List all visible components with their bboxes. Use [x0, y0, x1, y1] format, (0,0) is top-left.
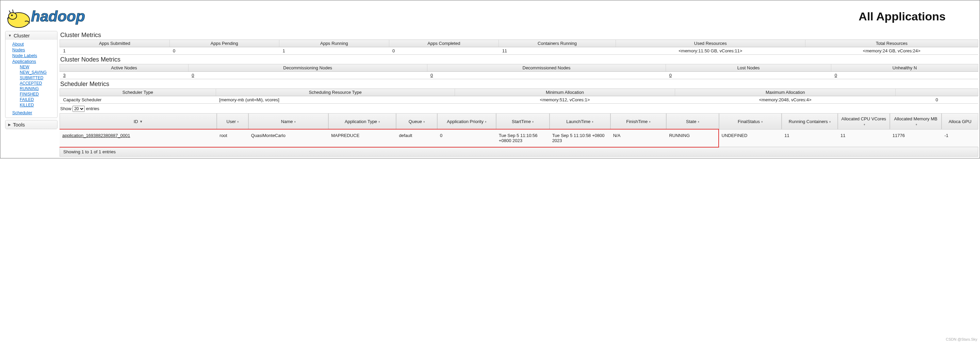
cluster-metrics-table: Apps Submitted Apps Pending Apps Running… — [60, 40, 978, 55]
sidebar-tools-label: Tools — [13, 122, 25, 127]
th-lost-nodes[interactable]: Lost Nodes — [666, 64, 831, 72]
cell-alloc-mem: 11776 — [890, 130, 942, 147]
th-alloc-mem[interactable]: Allocated Memory MB♦ — [890, 113, 942, 130]
sidebar-head-cluster[interactable]: ▼ Cluster — [5, 31, 57, 40]
nav-state-accepted[interactable]: ACCEPTED — [20, 81, 57, 86]
th-decomm-nodes[interactable]: Decommissioning Nodes — [188, 64, 427, 72]
th-type[interactable]: Application Type♦ — [328, 113, 396, 130]
nav-state-new-saving[interactable]: NEW_SAVING — [20, 70, 57, 75]
app-id-link[interactable]: application_1693882380887_0001 — [62, 133, 130, 138]
val-decommissioned-nodes[interactable]: 0 — [430, 73, 433, 78]
th-decommissioned-nodes[interactable]: Decommissioned Nodes — [427, 64, 666, 72]
th-sched-type[interactable]: Scheduler Type — [60, 89, 216, 96]
th-apps-submitted[interactable]: Apps Submitted — [60, 40, 170, 47]
val-min-alloc: <memory:512, vCores:1> — [455, 96, 675, 104]
th-apps-pending[interactable]: Apps Pending — [169, 40, 279, 47]
hadoop-logo[interactable]: hadoop — [5, 4, 104, 29]
nav-state-finished[interactable]: FINISHED — [20, 92, 57, 97]
th-unhealthy-nodes[interactable]: Unhealthy N — [831, 64, 978, 72]
cell-finish: N/A — [611, 130, 667, 147]
th-user[interactable]: User♦ — [217, 113, 248, 130]
sort-icon: ♦ — [698, 120, 699, 123]
nav-state-submitted[interactable]: SUBMITTED — [20, 75, 57, 81]
th-total-resources[interactable]: Total Resources — [805, 40, 978, 47]
cell-name: QuasiMonteCarlo — [248, 130, 328, 147]
th-sched-res-type[interactable]: Scheduling Resource Type — [216, 89, 455, 96]
val-active-nodes[interactable]: 3 — [63, 73, 66, 78]
scheduler-metrics-table: Scheduler Type Scheduling Resource Type … — [60, 89, 978, 104]
nav-state-new[interactable]: NEW — [20, 64, 57, 70]
nav-state-failed[interactable]: FAILED — [20, 97, 57, 102]
sidebar-head-tools[interactable]: ▶ Tools — [5, 120, 57, 129]
svg-point-1 — [8, 13, 17, 19]
table-footer: Showing 1 to 1 of 1 entries — [60, 147, 978, 157]
svg-point-2 — [11, 14, 13, 16]
th-used-resources[interactable]: Used Resources — [616, 40, 805, 47]
show-prefix: Show — [60, 106, 72, 111]
sort-icon: ♦ — [916, 123, 917, 126]
caret-down-icon: ▼ — [8, 34, 11, 37]
caret-right-icon: ▶ — [8, 123, 11, 127]
th-apps-completed[interactable]: Apps Completed — [389, 40, 499, 47]
th-alloc-cpu[interactable]: Allocated CPU VCores♦ — [838, 113, 890, 130]
entries-select[interactable]: 20 — [73, 106, 85, 112]
th-apps-running[interactable]: Apps Running — [279, 40, 389, 47]
th-containers-running[interactable]: Containers Running — [499, 40, 616, 47]
val-containers-running: 11 — [499, 47, 616, 55]
val-used-resources: <memory:11.50 GB, vCores:11> — [616, 47, 805, 55]
th-finish[interactable]: FinishTime♦ — [611, 113, 667, 130]
sort-desc-icon: ▼ — [140, 120, 143, 123]
applications-table: ID▼ User♦ Name♦ Application Type♦ Queue♦… — [60, 113, 978, 147]
page-title: All Applications — [859, 10, 973, 23]
cell-queue: default — [396, 130, 437, 147]
val-lost-nodes[interactable]: 0 — [669, 73, 672, 78]
val-total-resources: <memory:24 GB, vCores:24> — [805, 47, 978, 55]
th-state[interactable]: State♦ — [666, 113, 719, 130]
nav-state-running[interactable]: RUNNING — [20, 86, 57, 92]
th-running-containers[interactable]: Running Containers♦ — [782, 113, 838, 130]
val-unhealthy-nodes[interactable]: 0 — [835, 73, 837, 78]
sort-icon: ♦ — [379, 120, 380, 123]
val-apps-submitted: 1 — [60, 47, 170, 55]
th-active-nodes[interactable]: Active Nodes — [60, 64, 189, 72]
title-cluster-nodes-metrics: Cluster Nodes Metrics — [60, 55, 978, 64]
val-sched-res-type: [memory-mb (unit=Mi), vcores] — [216, 96, 455, 104]
th-max-alloc[interactable]: Maximum Allocation — [675, 89, 896, 96]
sort-icon: ♦ — [829, 120, 831, 123]
th-finalstatus[interactable]: FinalStatus♦ — [719, 113, 782, 130]
nav-nodes[interactable]: Nodes — [12, 47, 57, 53]
th-launch[interactable]: LaunchTime♦ — [550, 113, 611, 130]
nav-applications[interactable]: Applications — [12, 59, 57, 64]
table-row: application_1693882380887_0001 root Quas… — [60, 130, 978, 147]
show-entries: Show 20 entries — [60, 104, 978, 113]
svg-text:hadoop: hadoop — [31, 8, 85, 24]
th-name[interactable]: Name♦ — [248, 113, 328, 130]
cell-alloc-cpu: 11 — [838, 130, 890, 147]
th-queue[interactable]: Queue♦ — [396, 113, 437, 130]
nav-about[interactable]: About — [12, 41, 57, 47]
cell-running-containers: 11 — [782, 130, 838, 147]
val-apps-completed: 0 — [389, 47, 499, 55]
th-alloc-gpu[interactable]: Alloca GPU — [942, 113, 978, 130]
cluster-nodes-metrics-table: Active Nodes Decommissioning Nodes Decom… — [60, 64, 978, 79]
nav-scheduler[interactable]: Scheduler — [12, 110, 57, 116]
th-id[interactable]: ID▼ — [60, 113, 217, 130]
th-priority[interactable]: Application Priority♦ — [437, 113, 496, 130]
sort-icon: ♦ — [485, 120, 487, 123]
cell-start: Tue Sep 5 11:10:56 +0800 2023 — [496, 130, 550, 147]
cluster-nodes-row: 3 0 0 0 0 — [60, 72, 978, 79]
th-start[interactable]: StartTime♦ — [496, 113, 550, 130]
val-sched-type: Capacity Scheduler — [60, 96, 216, 104]
cell-alloc-gpu: -1 — [942, 130, 978, 147]
sort-icon: ♦ — [423, 120, 425, 123]
cell-state: RUNNING — [666, 130, 719, 147]
title-scheduler-metrics: Scheduler Metrics — [60, 80, 978, 89]
th-min-alloc[interactable]: Minimum Allocation — [455, 89, 675, 96]
sort-icon: ♦ — [649, 120, 651, 123]
val-decomm-nodes[interactable]: 0 — [192, 73, 194, 78]
nav-state-killed[interactable]: KILLED — [20, 102, 57, 108]
cell-finalstatus: UNDEFINED — [719, 130, 782, 147]
cell-user: root — [217, 130, 248, 147]
nav-node-labels[interactable]: Node Labels — [12, 53, 57, 59]
sidebar-cluster-label: Cluster — [14, 33, 30, 38]
